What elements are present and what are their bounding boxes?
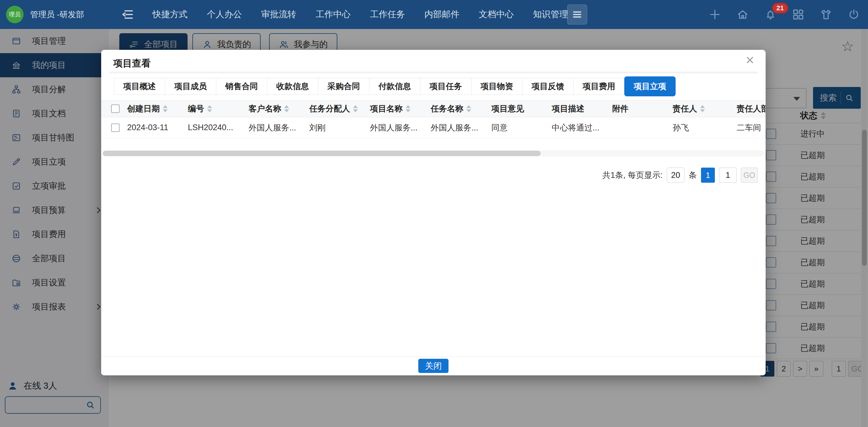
menu-item-internal-mail[interactable]: 内部邮件 xyxy=(424,8,459,21)
tab-payment-info[interactable]: 付款信息 xyxy=(369,78,421,95)
project-view-dialog: 项目查看 × 项目概述 项目成员 销售合同 收款信息 采购合同 付款信息 项目任… xyxy=(101,50,766,375)
goto-page-input[interactable]: 1 xyxy=(719,167,737,183)
menu-item-work-tasks[interactable]: 工作任务 xyxy=(370,8,405,21)
menu-item-document-center[interactable]: 文档中心 xyxy=(479,8,514,21)
user-name: 管理员 -研发部 xyxy=(30,9,84,20)
column-header-project-description: 项目描述 xyxy=(552,103,612,114)
cell-task-name: 外国人服务... xyxy=(431,122,491,133)
cell-project-name: 外国人服务... xyxy=(370,122,431,133)
cell-task-assigner: 刘刚 xyxy=(309,122,370,133)
horizontal-scrollbar[interactable] xyxy=(103,150,764,156)
sort-icon[interactable] xyxy=(700,105,705,112)
dialog-title: 项目查看 xyxy=(113,57,151,70)
sort-icon[interactable] xyxy=(284,105,289,112)
close-icon[interactable]: × xyxy=(746,53,754,67)
top-navbar: 理员 管理员 -研发部 快捷方式 个人办公 审批流转 工作中心 工作任务 内部邮… xyxy=(0,0,868,29)
cell-responsible-person: 孙飞 xyxy=(673,122,737,133)
tab-project-materials[interactable]: 项目物资 xyxy=(471,78,523,95)
tab-sales-contract[interactable]: 销售合同 xyxy=(216,78,267,95)
theme-shirt-icon[interactable] xyxy=(820,8,832,21)
close-button[interactable]: 关闭 xyxy=(418,359,448,373)
column-header-responsible-person[interactable]: 责任人 xyxy=(673,103,737,114)
cell-number: LSH20240... xyxy=(188,123,249,132)
sort-icon[interactable] xyxy=(207,105,212,112)
avatar[interactable]: 理员 xyxy=(6,6,24,23)
column-header-task-assigner[interactable]: 任务分配人 xyxy=(309,103,370,114)
table-header: 创建日期 编号 客户名称 任务分配人 项目名称 任务名称 项目意见 项目描述 附… xyxy=(101,100,766,117)
dialog-tabs: 项目概述 项目成员 销售合同 收款信息 采购合同 付款信息 项目任务 项目物资 … xyxy=(114,78,676,96)
menu-item-shortcuts[interactable]: 快捷方式 xyxy=(153,8,188,21)
page-size-input[interactable]: 20 xyxy=(667,167,684,183)
menu-item-personal-office[interactable]: 个人办公 xyxy=(207,8,242,21)
tab-project-overview[interactable]: 项目概述 xyxy=(114,78,165,95)
sort-icon[interactable] xyxy=(163,105,167,112)
sort-icon[interactable] xyxy=(466,105,471,112)
tab-project-initiation[interactable]: 项目立项 xyxy=(624,77,676,96)
notifications-bell-icon[interactable]: 21 xyxy=(764,8,777,21)
tab-project-expenses[interactable]: 项目费用 xyxy=(573,78,625,95)
go-button[interactable]: GO xyxy=(741,167,758,183)
tab-project-tasks[interactable]: 项目任务 xyxy=(420,78,471,95)
sidebar-collapse-icon[interactable] xyxy=(120,7,135,22)
home-icon[interactable] xyxy=(736,8,749,21)
navbar-actions: 21 xyxy=(709,0,860,29)
column-header-number[interactable]: 编号 xyxy=(188,103,249,114)
unit-label: 条 xyxy=(689,170,697,181)
scrollbar-thumb[interactable] xyxy=(103,151,540,156)
dialog-pagination: 共1条, 每页显示: 20 条 1 1 GO xyxy=(602,167,758,184)
column-header-responsible-dept: 责任人部门 xyxy=(737,103,766,114)
column-header-create-date[interactable]: 创建日期 xyxy=(127,103,188,114)
cell-customer-name: 外国人服务... xyxy=(249,122,309,133)
tab-purchase-contract[interactable]: 采购合同 xyxy=(318,78,369,95)
apps-grid-icon[interactable] xyxy=(792,8,805,21)
cell-project-description: 中心将通过... xyxy=(552,122,612,133)
row-checkbox[interactable] xyxy=(111,123,120,132)
select-all-checkbox[interactable] xyxy=(111,104,120,113)
cell-project-opinion: 同意 xyxy=(491,122,552,133)
cell-create-date: 2024-03-11 xyxy=(127,123,188,132)
column-header-task-name[interactable]: 任务名称 xyxy=(431,103,491,114)
menu-item-approval-flow[interactable]: 审批流转 xyxy=(261,8,296,21)
tab-project-feedback[interactable]: 项目反馈 xyxy=(522,78,574,95)
user-area: 理员 管理员 -研发部 xyxy=(6,0,84,29)
main-menu: 快捷方式 个人办公 审批流转 工作中心 工作任务 内部邮件 文档中心 知识管理 xyxy=(153,0,568,29)
sort-icon[interactable] xyxy=(353,105,358,112)
sort-icon[interactable] xyxy=(406,105,410,112)
add-icon[interactable] xyxy=(709,8,721,21)
logout-power-icon[interactable] xyxy=(847,8,860,21)
menu-item-work-center[interactable]: 工作中心 xyxy=(316,8,351,21)
pagination-summary: 共1条, 每页显示: xyxy=(602,170,663,181)
app-window: 理员 管理员 -研发部 快捷方式 个人办公 审批流转 工作中心 工作任务 内部邮… xyxy=(0,0,868,427)
tab-project-members[interactable]: 项目成员 xyxy=(165,78,216,95)
cell-responsible-dept: 二车间 xyxy=(737,122,766,133)
column-header-customer-name[interactable]: 客户名称 xyxy=(249,103,309,114)
page-button-1[interactable]: 1 xyxy=(701,167,715,183)
tab-receipt-info[interactable]: 收款信息 xyxy=(267,78,318,95)
menu-item-knowledge[interactable]: 知识管理 xyxy=(533,8,568,21)
column-header-project-opinion: 项目意见 xyxy=(491,103,552,114)
divider xyxy=(109,71,758,73)
column-header-project-name[interactable]: 项目名称 xyxy=(370,103,431,114)
notification-count-badge: 21 xyxy=(772,3,788,13)
column-header-attachment: 附件 xyxy=(612,103,673,114)
more-menu-button[interactable] xyxy=(567,4,587,25)
table-row[interactable]: 2024-03-11 LSH20240... 外国人服务... 刘刚 外国人服务… xyxy=(101,117,766,138)
